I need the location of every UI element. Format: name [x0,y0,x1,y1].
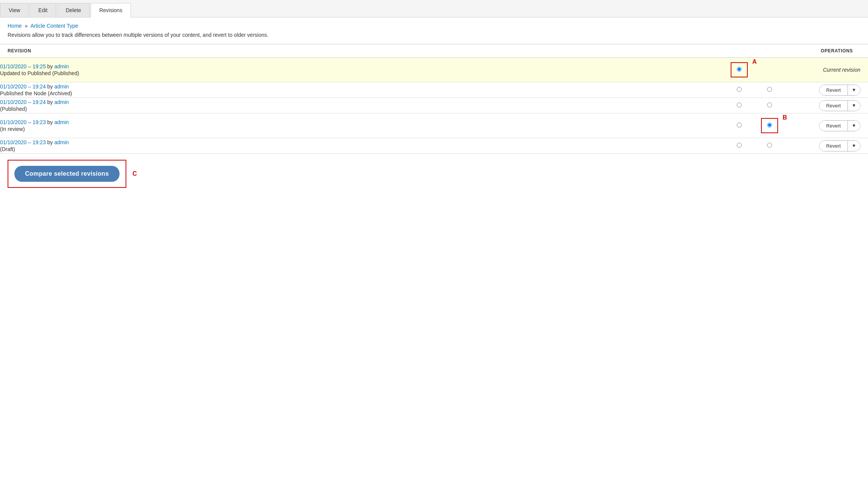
revert-button-group: Revert▼ [819,120,860,131]
revert-button-group: Revert▼ [819,85,860,96]
col-header-radio-b [754,44,785,58]
compare-section: Compare selected revisions C [0,154,134,194]
col-header-radio-a [724,44,754,58]
revision-info-cell: 01/10/2020 – 19:25 by admin Updated to P… [0,58,724,82]
revision-date-link[interactable]: 01/10/2020 – 19:23 [0,119,46,125]
col-header-operations: OPERATIONS [785,44,868,58]
revision-info-cell: 01/10/2020 – 19:24 by admin (Published) [0,98,724,113]
revision-description: Updated to Published (Published) [0,70,724,76]
revert-button[interactable]: Revert [819,85,848,95]
revision-author-link[interactable]: admin [54,63,69,69]
breadcrumb-section[interactable]: Article Content Type [30,23,78,29]
page-description: Revisions allow you to track differences… [0,30,868,44]
revision-author-link[interactable]: admin [54,99,69,105]
revert-button-group: Revert▼ [819,100,860,111]
revision-description: (Published) [0,106,724,112]
revert-dropdown-button[interactable]: ▼ [848,121,860,131]
revision-date-link[interactable]: 01/10/2020 – 19:25 [0,63,46,69]
operations-cell: Revert▼ [785,113,868,138]
compare-button[interactable]: Compare selected revisions [14,166,120,182]
revision-by: by admin [47,139,69,145]
revision-author-link[interactable]: admin [54,83,69,90]
tab-view[interactable]: View [0,3,29,17]
label-b: B [783,114,787,121]
revision-by: by admin [47,83,69,90]
radio-b-cell [754,82,785,98]
table-row: 01/10/2020 – 19:25 by admin Updated to P… [0,58,868,82]
breadcrumb: Home » Article Content Type [0,17,868,30]
tab-revisions[interactable]: Revisions [91,3,131,17]
revision-date-link[interactable]: 01/10/2020 – 19:24 [0,83,46,90]
breadcrumb-separator: » [25,23,28,29]
revision-info-cell: 01/10/2020 – 19:23 by admin (In review) [0,113,724,138]
radio-b-cell [754,58,785,82]
tab-delete[interactable]: Delete [57,3,90,17]
radio-a-cell [724,82,754,98]
table-row: 01/10/2020 – 19:24 by admin Published th… [0,82,868,98]
revision-date-link[interactable]: 01/10/2020 – 19:24 [0,99,46,105]
revert-button[interactable]: Revert [819,141,848,151]
table-row: 01/10/2020 – 19:23 by admin (Draft) Reve… [0,138,868,154]
tab-bar: View Edit Delete Revisions [0,0,868,17]
revision-info-cell: 01/10/2020 – 19:24 by admin Published th… [0,82,724,98]
radio-b-input[interactable] [767,87,772,92]
label-c: C [132,170,137,177]
revision-author-link[interactable]: admin [54,139,69,145]
operations-cell: Revert▼ [785,98,868,113]
revert-dropdown-button[interactable]: ▼ [848,141,860,151]
revisions-table: REVISION OPERATIONS 01/10/2020 – 19:25 b… [0,44,868,154]
revision-info-cell: 01/10/2020 – 19:23 by admin (Draft) [0,138,724,154]
radio-a-input[interactable] [737,87,742,92]
radio-a-cell [724,98,754,113]
radio-a-input[interactable] [737,67,742,72]
revision-author-link[interactable]: admin [54,119,69,125]
tab-edit[interactable]: Edit [30,3,56,17]
radio-b-cell [754,138,785,154]
radio-b-input[interactable] [767,102,772,107]
revert-button-group: Revert▼ [819,140,860,151]
radio-b-cell [754,98,785,113]
radio-a-input[interactable] [737,102,742,107]
operations-cell: Current revision [785,58,868,82]
col-header-revision: REVISION [0,44,724,58]
table-row: 01/10/2020 – 19:23 by admin (In review) … [0,113,868,138]
revision-description: (In review) [0,126,724,132]
label-a: A [752,58,757,65]
revert-dropdown-button[interactable]: ▼ [848,101,860,111]
radio-b-input[interactable] [767,123,772,128]
operations-cell: Revert▼ [785,138,868,154]
radio-a-input[interactable] [737,143,742,148]
revert-button[interactable]: Revert [819,121,848,131]
radio-b-cell: B [754,113,785,138]
breadcrumb-home[interactable]: Home [8,23,22,29]
compare-box: Compare selected revisions [8,160,126,188]
revert-button[interactable]: Revert [819,101,848,111]
operations-cell: Revert▼ [785,82,868,98]
revert-dropdown-button[interactable]: ▼ [848,85,860,95]
revision-by: by admin [47,119,69,125]
current-revision-label: Current revision [823,67,860,73]
radio-a-cell [724,138,754,154]
table-row: 01/10/2020 – 19:24 by admin (Published) … [0,98,868,113]
revision-by: by admin [47,63,69,69]
revision-description: Published the Node (Archived) [0,90,724,96]
revision-date-link[interactable]: 01/10/2020 – 19:23 [0,139,46,145]
radio-a-input[interactable] [737,123,742,128]
tabs-container: View Edit Delete Revisions [0,0,868,17]
revision-description: (Draft) [0,146,724,152]
radio-b-input[interactable] [767,143,772,148]
radio-a-cell: A [724,58,754,82]
revision-by: by admin [47,99,69,105]
radio-a-cell [724,113,754,138]
